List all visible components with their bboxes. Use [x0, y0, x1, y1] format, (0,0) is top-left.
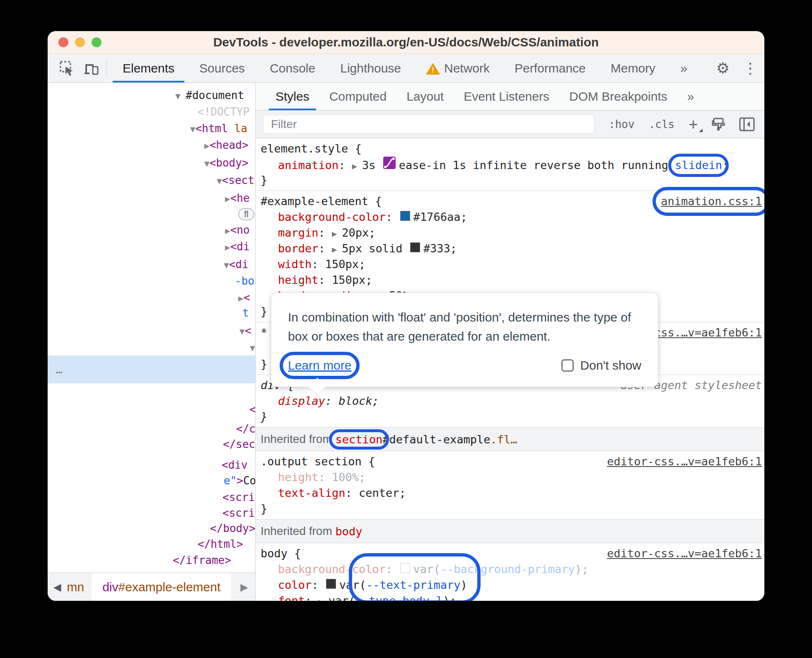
tree-row[interactable]: ▼<di: [224, 256, 249, 273]
css-line[interactable]: }: [256, 172, 764, 188]
sidebar-tab-eventlisteners[interactable]: Event Listeners: [454, 83, 559, 110]
css-line[interactable]: background-color: #1766aa;: [256, 209, 764, 225]
sidebar-tab-more[interactable]: »: [677, 83, 704, 110]
stylesheet-source-link[interactable]: editor-css.…v=ae1feb6:1: [607, 454, 762, 469]
css-line[interactable]: background-color: var(--background-prima…: [256, 561, 764, 577]
css-segment-sel: #example-element {: [261, 194, 382, 209]
tree-row-selected[interactable]: …: [48, 356, 255, 383]
new-style-rule-button[interactable]: +: [689, 118, 698, 131]
css-line[interactable]: }: [256, 409, 764, 425]
css-line[interactable]: #example-element {animation.css:1: [256, 194, 764, 209]
css-segment-prop: display: [278, 393, 325, 409]
tree-row[interactable]: </body>: [210, 520, 256, 536]
css-segment-var: --type-body-l: [355, 593, 443, 601]
sidebar-tab-styles[interactable]: Styles: [266, 83, 319, 110]
tree-segment-arrow: ▶: [238, 293, 244, 303]
learn-more-link[interactable]: Learn more: [288, 358, 351, 373]
stylesheet-source-link[interactable]: css.…v=ae1feb6:1: [654, 325, 762, 341]
breadcrumb-item-partial[interactable]: mn: [67, 580, 84, 594]
styles-filter-row: :hov .cls +: [256, 111, 764, 138]
sidebar-tab-computed[interactable]: Computed: [319, 83, 396, 110]
bezier-easing-icon[interactable]: [383, 157, 396, 169]
tree-row[interactable]: ▶<no: [225, 222, 250, 239]
tree-row[interactable]: </sec: [223, 436, 255, 452]
flex-badge[interactable]: fl: [238, 208, 254, 220]
color-swatch[interactable]: [400, 211, 410, 221]
css-line[interactable]: }: [256, 501, 764, 517]
css-line[interactable]: width: 150px;: [256, 256, 764, 272]
tree-row[interactable]: ▼<sect: [217, 172, 254, 189]
tree-row[interactable]: ▼: [250, 339, 255, 356]
toolbar-divider: [106, 60, 107, 77]
css-line[interactable]: color: var(--text-primary): [256, 577, 764, 593]
css-line[interactable]: body {editor-css.…v=ae1feb6:1: [256, 546, 764, 561]
tree-row[interactable]: ▼<body>: [204, 155, 249, 172]
tree-row[interactable]: ▶<: [238, 290, 250, 306]
color-swatch[interactable]: [400, 563, 410, 573]
css-line[interactable]: margin: ▶ 20px;: [256, 225, 764, 241]
tab-performance[interactable]: Performance: [502, 54, 598, 82]
tree-row[interactable]: <: [249, 402, 256, 417]
color-swatch[interactable]: [410, 242, 420, 252]
dont-show-checkbox[interactable]: [561, 359, 574, 372]
element-classes-button[interactable]: .cls: [649, 118, 675, 131]
tree-row[interactable]: </html>: [198, 536, 243, 552]
breadcrumb-scroll-left-icon[interactable]: ◀: [48, 581, 67, 593]
tree-badge[interactable]: fl: [238, 206, 254, 221]
toggle-element-state-button[interactable]: :hov: [609, 118, 635, 131]
tree-row[interactable]: <scri: [222, 489, 255, 505]
css-line[interactable]: element.style {: [256, 141, 764, 157]
header-segment: body: [336, 525, 362, 538]
css-segment-val-faded: :: [319, 469, 332, 485]
stylesheet-source-link[interactable]: editor-css.…v=ae1feb6:1: [607, 546, 762, 561]
tree-row[interactable]: ▼ #document: [175, 87, 244, 104]
tab-sources[interactable]: Sources: [187, 54, 257, 82]
css-segment-val: ): [460, 577, 467, 593]
tree-row[interactable]: ▶<he: [225, 190, 250, 207]
tree-row[interactable]: e">Co: [224, 473, 256, 489]
sidebar-tab-layout[interactable]: Layout: [396, 83, 454, 110]
css-segment-prop-faded: background-color: [278, 561, 386, 577]
sidebar-tab-dombreakpoints[interactable]: DOM Breakpoints: [559, 83, 677, 110]
tree-row[interactable]: </iframe>: [173, 552, 231, 568]
rendering-brush-icon[interactable]: [711, 117, 726, 132]
css-line[interactable]: animation: ▶ 3s ease-in 1s infinite reve…: [256, 157, 764, 172]
css-segment-val: 3s: [362, 157, 382, 173]
device-toolbar-icon[interactable]: [79, 54, 103, 82]
tree-row[interactable]: ▶<di: [225, 239, 250, 255]
tree-row[interactable]: <scri: [222, 505, 255, 521]
tree-row[interactable]: ▼<html la: [190, 121, 247, 137]
color-swatch[interactable]: [326, 579, 336, 589]
css-segment-val: 5px solid: [342, 241, 409, 256]
breadcrumb-item-current[interactable]: div#example-element: [92, 573, 231, 601]
css-line[interactable]: height: 100%;: [256, 469, 764, 485]
css-line[interactable]: font: ▶ var(--type-body-l);: [256, 593, 764, 601]
css-line[interactable]: .output section {editor-css.…v=ae1feb6:1: [256, 454, 764, 469]
css-line[interactable]: text-align: center;: [256, 485, 764, 501]
tree-row[interactable]: <!DOCTYP: [198, 104, 249, 120]
tree-row[interactable]: </c: [236, 421, 256, 437]
toggle-sidebar-icon[interactable]: [739, 117, 755, 131]
tree-row[interactable]: ▼<: [239, 323, 251, 339]
elements-tree-pane: ▼ #document<!DOCTYP▼<html la▶<head>▼<bod…: [48, 83, 256, 601]
settings-gear-icon[interactable]: ⚙: [710, 60, 736, 77]
tree-row[interactable]: <div: [222, 457, 248, 473]
tab-memory[interactable]: Memory: [598, 54, 668, 82]
tree-row[interactable]: t: [242, 305, 249, 321]
tab-console[interactable]: Console: [257, 54, 328, 82]
tab-network[interactable]: !Network: [413, 54, 502, 82]
inspect-element-icon[interactable]: [55, 54, 79, 82]
tree-row[interactable]: ▶<head>: [204, 137, 249, 154]
tab-lighthouse[interactable]: Lighthouse: [328, 54, 413, 82]
tab-[interactable]: »: [668, 54, 700, 82]
breadcrumb-scroll-right-icon[interactable]: ▶: [231, 581, 248, 593]
css-line[interactable]: border: ▶ 5px solid #333;: [256, 241, 764, 256]
css-segment-prop: height: [278, 272, 319, 288]
css-line[interactable]: height: 150px;: [256, 272, 764, 288]
tree-row[interactable]: -bo: [235, 273, 254, 289]
stylesheet-source-link[interactable]: animation.css:1: [661, 194, 762, 209]
more-options-icon[interactable]: ⋮: [736, 60, 764, 77]
tab-elements[interactable]: Elements: [110, 54, 187, 82]
styles-filter-input[interactable]: [263, 115, 594, 134]
css-line[interactable]: display: block;: [256, 393, 764, 409]
